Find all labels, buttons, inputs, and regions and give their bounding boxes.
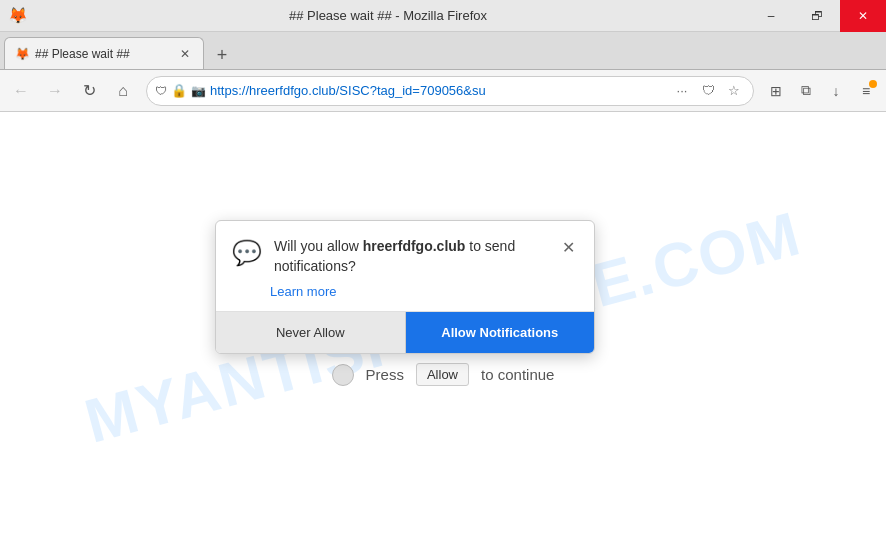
window-title: ## Please wait ## - Mozilla Firefox <box>28 8 748 23</box>
forward-button[interactable]: → <box>40 76 70 106</box>
popup-buttons: Never Allow Allow Notifications <box>216 311 594 353</box>
never-allow-button[interactable]: Never Allow <box>216 312 406 353</box>
minimize-button[interactable]: – <box>748 0 794 32</box>
synced-tabs-button[interactable]: ⧉ <box>792 77 820 105</box>
popup-domain: hreerfdfgo.club <box>363 238 466 254</box>
tab-title: ## Please wait ## <box>35 47 171 61</box>
camera-icon: 📷 <box>191 84 206 98</box>
toolbar: ← → ↻ ⌂ 🛡 🔒 📷 https://hreerfdfgo.club/SI… <box>0 70 886 112</box>
check-press-text: Press <box>366 366 404 383</box>
titlebar: 🦊 ## Please wait ## - Mozilla Firefox – … <box>0 0 886 32</box>
check-row-3: Press Allow to continue <box>332 363 555 386</box>
close-button[interactable]: ✕ <box>840 0 886 32</box>
window-controls: – 🗗 ✕ <box>748 0 886 31</box>
address-bar[interactable]: 🛡 🔒 📷 https://hreerfdfgo.club/SISC?tag_i… <box>146 76 754 106</box>
back-button[interactable]: ← <box>6 76 36 106</box>
new-tab-button[interactable]: + <box>208 41 236 69</box>
lock-icon: 🔒 <box>171 83 187 98</box>
restore-button[interactable]: 🗗 <box>794 0 840 32</box>
extensions-button[interactable]: ⊞ <box>762 77 790 105</box>
shield-icon[interactable]: 🛡 <box>697 80 719 102</box>
tabbar: 🦊 ## Please wait ## ✕ + <box>0 32 886 70</box>
security-icon: 🛡 <box>155 84 167 98</box>
allow-notifications-button[interactable]: Allow Notifications <box>406 312 595 353</box>
notification-popup: 💬 Will you allow hreerfdfgo.club to send… <box>215 220 595 354</box>
url-text: https://hreerfdfgo.club/SISC?tag_id=7090… <box>210 83 671 98</box>
popup-body: 💬 Will you allow hreerfdfgo.club to send… <box>216 221 594 276</box>
address-bar-icons: ··· 🛡 ☆ <box>671 80 745 102</box>
menu-button[interactable]: ≡ <box>852 77 880 105</box>
page-content: MYANTISPYWARE.COM 💬 Will you allow hreer… <box>0 112 886 541</box>
more-icon[interactable]: ··· <box>671 80 693 102</box>
popup-close-button[interactable]: ✕ <box>558 237 578 257</box>
firefox-icon: 🦊 <box>8 6 28 26</box>
allow-inline-button[interactable]: Allow <box>416 363 469 386</box>
tab-close-button[interactable]: ✕ <box>177 46 193 62</box>
tab-favicon: 🦊 <box>15 47 29 61</box>
popup-message-text: Will you allow <box>274 238 363 254</box>
toolbar-right: ⊞ ⧉ ↓ ≡ <box>762 77 880 105</box>
popup-message-icon: 💬 <box>232 239 262 267</box>
bookmark-icon[interactable]: ☆ <box>723 80 745 102</box>
home-button[interactable]: ⌂ <box>108 76 138 106</box>
active-tab[interactable]: 🦊 ## Please wait ## ✕ <box>4 37 204 69</box>
check-continue-text: to continue <box>481 366 554 383</box>
popup-text: Will you allow hreerfdfgo.club to send n… <box>274 237 546 276</box>
reload-button[interactable]: ↻ <box>74 76 104 106</box>
check-icon-gray <box>332 364 354 386</box>
downloads-button[interactable]: ↓ <box>822 77 850 105</box>
learn-more-link[interactable]: Learn more <box>216 276 594 311</box>
notification-dot <box>869 80 877 88</box>
